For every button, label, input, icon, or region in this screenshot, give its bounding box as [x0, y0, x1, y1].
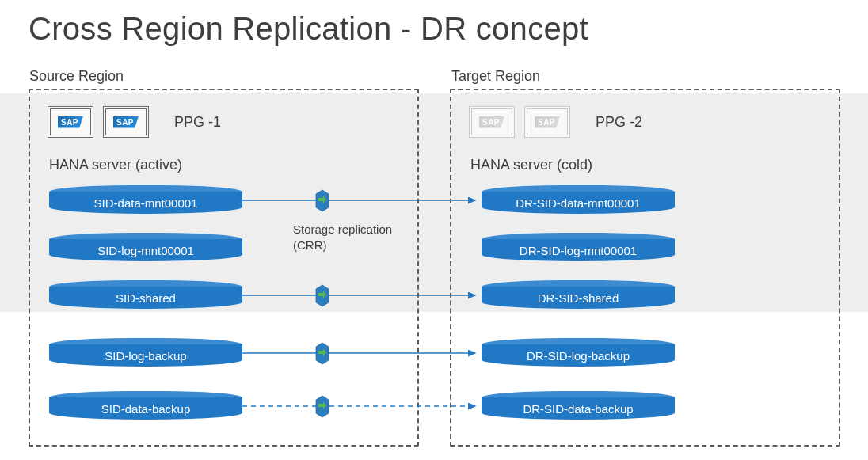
- disk-sid-data-backup: SID-data-backup: [49, 391, 242, 420]
- target-sap-row: SAP SAP PPG -2: [469, 106, 642, 138]
- sap-vm-icon-cold: SAP: [524, 106, 570, 138]
- disk-sid-log: SID-log-mnt00001: [49, 233, 242, 261]
- sap-vm-icon: SAP: [103, 106, 149, 138]
- sap-vm-icon: SAP: [48, 106, 93, 138]
- target-server-title: HANA server (cold): [470, 157, 592, 173]
- ppg-2-label: PPG -2: [596, 114, 642, 131]
- disk-sid-shared: SID-shared: [49, 280, 242, 309]
- disk-dr-sid-data-backup: DR-SID-data-backup: [482, 391, 675, 420]
- disk-dr-sid-shared: DR-SID-shared: [482, 280, 675, 309]
- disk-dr-sid-data: DR-SID-data-mnt00001: [482, 185, 675, 214]
- target-region-label: Target Region: [451, 68, 540, 85]
- disk-dr-sid-log: DR-SID-log-mnt00001: [482, 233, 675, 261]
- sap-vm-icon-cold: SAP: [469, 106, 515, 138]
- disk-sid-log-backup: SID-log-backup: [49, 338, 242, 367]
- source-region-label: Source Region: [29, 68, 124, 85]
- ppg-1-label: PPG -1: [174, 114, 221, 131]
- disk-dr-sid-log-backup: DR-SID-log-backup: [482, 338, 675, 367]
- disk-sid-data: SID-data-mnt00001: [49, 185, 242, 214]
- storage-replication-label: Storage replication (CRR): [293, 222, 420, 253]
- source-server-title: HANA server (active): [49, 157, 182, 173]
- page-title: Cross Region Replication - DR concept: [29, 11, 588, 47]
- source-sap-row: SAP SAP PPG -1: [48, 106, 221, 138]
